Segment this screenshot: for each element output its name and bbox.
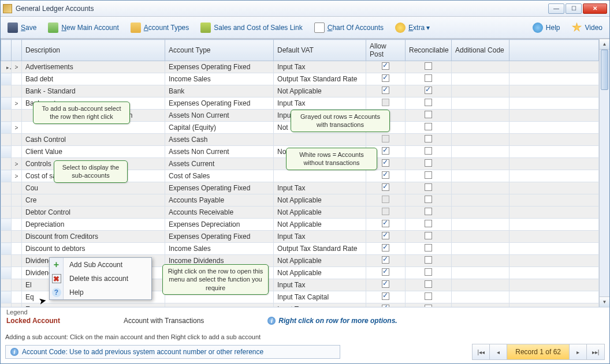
checkbox[interactable] <box>425 147 432 155</box>
cell-type[interactable]: Assets Non Current <box>165 110 274 122</box>
cell-addcode[interactable] <box>452 194 509 207</box>
table-row[interactable]: Cash ControlAssets Cash <box>1 134 599 146</box>
table-row[interactable]: ExInput Tax <box>1 303 599 307</box>
checkbox[interactable] <box>425 268 432 276</box>
expand-cell[interactable] <box>12 303 22 307</box>
checkbox[interactable] <box>382 135 389 142</box>
row-header[interactable] <box>1 255 12 267</box>
expand-cell[interactable] <box>12 110 22 122</box>
checkbox[interactable] <box>425 135 432 142</box>
cell-vat[interactable]: Not Applicable <box>274 255 366 267</box>
cell-allow-post[interactable] <box>366 207 406 219</box>
row-header[interactable] <box>1 303 12 307</box>
cell-reconcilable[interactable] <box>406 158 452 170</box>
cell-reconcilable[interactable] <box>406 134 452 146</box>
col-default-vat[interactable]: Default VAT <box>274 40 366 61</box>
nav-first-button[interactable]: |◂◂ <box>473 344 490 359</box>
checkbox[interactable] <box>382 292 389 300</box>
cell-vat[interactable]: Input Tax <box>274 97 366 110</box>
sales-link-button[interactable]: Sales and Cost of Sales Link <box>197 20 306 35</box>
checkbox[interactable] <box>425 171 432 179</box>
checkbox[interactable] <box>425 87 432 94</box>
expand-cell[interactable]: > <box>12 170 22 182</box>
expand-cell[interactable]: > <box>12 97 22 110</box>
row-header[interactable] <box>1 122 12 134</box>
cell-vat[interactable]: Not Applicable <box>274 85 366 97</box>
expand-cell[interactable] <box>12 85 22 97</box>
cell-vat[interactable]: Input Tax <box>274 61 366 73</box>
checkbox[interactable] <box>382 74 389 82</box>
checkbox[interactable] <box>382 183 389 191</box>
cell-vat[interactable]: Not Applicable <box>274 194 366 207</box>
expand-cell[interactable] <box>12 279 22 291</box>
checkbox[interactable] <box>382 99 389 106</box>
cell-allow-post[interactable] <box>366 279 406 291</box>
checkbox[interactable] <box>425 183 432 191</box>
expand-cell[interactable] <box>12 291 22 303</box>
checkbox[interactable] <box>425 111 432 118</box>
cell-description[interactable]: Bad debt <box>22 73 165 85</box>
cell-vat[interactable]: Not Applicable <box>274 207 366 219</box>
cell-reconcilable[interactable] <box>406 219 452 231</box>
cell-addcode[interactable] <box>452 303 509 307</box>
expand-cell[interactable] <box>12 182 22 194</box>
row-header[interactable] <box>1 267 12 279</box>
checkbox[interactable] <box>382 305 389 307</box>
checkbox[interactable] <box>425 196 432 203</box>
table-row[interactable]: Debtor ControlAccounts ReceivableNot App… <box>1 207 599 219</box>
cell-type[interactable]: Accounts Receivable <box>165 207 274 219</box>
cell-type[interactable]: Capital (Equity) <box>165 122 274 134</box>
cell-description[interactable]: Discount to debtors <box>22 243 165 255</box>
cell-type[interactable]: Accounts Payable <box>165 194 274 207</box>
checkbox[interactable] <box>382 196 389 203</box>
cell-addcode[interactable] <box>452 85 509 97</box>
checkbox[interactable] <box>425 74 432 82</box>
checkbox[interactable] <box>382 159 389 167</box>
cell-description[interactable]: Cou <box>22 182 165 194</box>
cell-allow-post[interactable] <box>366 219 406 231</box>
expand-cell[interactable]: > <box>12 122 22 134</box>
checkbox[interactable] <box>382 232 389 239</box>
expand-cell[interactable] <box>12 73 22 85</box>
checkbox[interactable] <box>425 159 432 167</box>
cell-allow-post[interactable] <box>366 303 406 307</box>
cell-vat[interactable]: Output Tax Standard Rate <box>274 243 366 255</box>
row-header[interactable] <box>1 231 12 243</box>
row-header[interactable] <box>1 97 12 110</box>
row-header[interactable] <box>1 194 12 207</box>
cell-reconcilable[interactable] <box>406 255 452 267</box>
extra-button[interactable]: Extra ▾ <box>392 20 433 35</box>
expand-cell[interactable] <box>12 243 22 255</box>
row-header[interactable] <box>1 73 12 85</box>
checkbox[interactable] <box>382 62 389 70</box>
cell-addcode[interactable] <box>452 97 509 110</box>
expand-cell[interactable] <box>12 194 22 207</box>
ctx-delete-account[interactable]: ✖Delete this account <box>50 272 151 286</box>
expand-cell[interactable] <box>12 219 22 231</box>
table-row[interactable]: CouExpenses Operating FixedInput Tax <box>1 182 599 194</box>
cell-addcode[interactable] <box>452 231 509 243</box>
cell-description[interactable]: Cash Control <box>22 134 165 146</box>
account-types-button[interactable]: Account Types <box>127 20 193 35</box>
table-row[interactable]: Discount to debtorsIncome SalesOutput Ta… <box>1 243 599 255</box>
cell-reconcilable[interactable] <box>406 61 452 73</box>
chart-accounts-button[interactable]: Chart Of Accounts <box>311 20 387 35</box>
col-reconcilable[interactable]: Reconcilable <box>406 40 452 61</box>
checkbox[interactable] <box>425 244 432 252</box>
cell-description[interactable]: Advertisements <box>22 61 165 73</box>
checkbox[interactable] <box>425 220 432 227</box>
checkbox[interactable] <box>425 292 432 300</box>
expand-cell[interactable] <box>12 134 22 146</box>
cell-type[interactable] <box>165 303 274 307</box>
cell-description[interactable]: Client Value <box>22 146 165 158</box>
checkbox[interactable] <box>425 208 432 215</box>
checkbox[interactable] <box>382 147 389 155</box>
table-row[interactable]: Discount from CreditorsExpenses Operatin… <box>1 231 599 243</box>
checkbox[interactable] <box>425 280 432 288</box>
expand-cell[interactable] <box>12 207 22 219</box>
table-row[interactable]: DepreciationExpenses DepreciationNot App… <box>1 219 599 231</box>
ctx-add-sub-account[interactable]: +Add Sub Account <box>50 258 151 272</box>
scroll-down-icon[interactable]: ▼ <box>600 297 609 307</box>
cell-type[interactable]: Expenses Operating Fixed <box>165 182 274 194</box>
cell-type[interactable]: Assets Current <box>165 158 274 170</box>
